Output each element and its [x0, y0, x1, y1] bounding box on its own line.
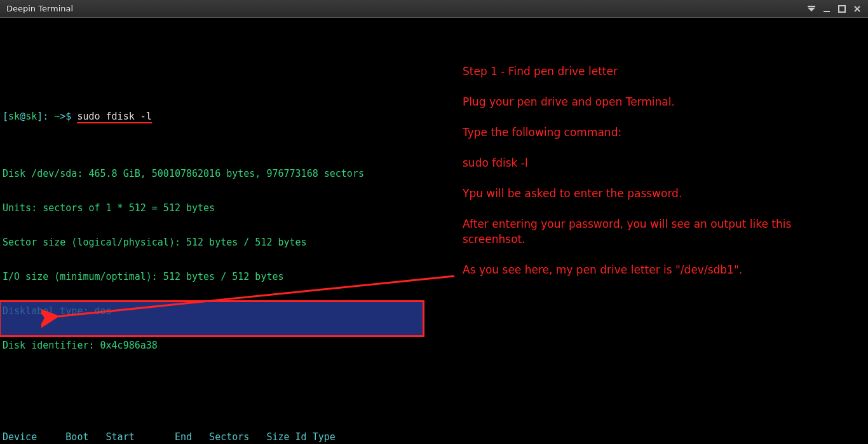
instruction-line2: Type the following command: [463, 125, 857, 140]
prompt-symbol: >$ [60, 111, 71, 122]
svg-rect-2 [824, 11, 830, 12]
instruction-line5: As you see here, my pen drive letter is … [463, 262, 857, 277]
instruction-line4: After entering your password, you will s… [463, 216, 857, 247]
step-title: Step 1 - Find pen drive letter [463, 64, 857, 79]
prompt-user: sk [8, 111, 20, 122]
window-title: Deepin Terminal [6, 3, 73, 15]
instruction-line3: Ypu will be asked to enter the password. [463, 186, 857, 201]
window-close-icon[interactable] [850, 3, 864, 15]
prompt-at: @ [20, 111, 25, 122]
svg-rect-1 [808, 6, 815, 7]
typed-command: sudo fdisk -l [77, 111, 151, 123]
prompt-cwd: ~ [54, 111, 60, 122]
instruction-cmd: sudo fdisk -l [463, 155, 857, 170]
instruction-line1: Plug your pen drive and open Terminal. [463, 94, 857, 109]
svg-rect-3 [839, 6, 845, 12]
prompt-host: sk [25, 111, 37, 122]
svg-marker-0 [808, 8, 815, 11]
sda-table-header: Device Boot Start End Sectors Size Id Ty… [3, 431, 865, 443]
instruction-panel: Step 1 - Find pen drive letter Plug your… [463, 64, 857, 293]
window-minimize-icon[interactable] [820, 3, 834, 15]
sda-disklabel: Disklabel type: dos [3, 305, 865, 317]
sda-identifier: Disk identifier: 0x4c986a38 [3, 340, 865, 351]
window-menu-icon[interactable] [804, 3, 818, 15]
prompt-bracket2: ]: [37, 111, 54, 122]
window-maximize-icon[interactable] [835, 3, 849, 15]
blank-line [3, 374, 865, 385]
prompt-bracket: [ [3, 111, 8, 122]
window-titlebar: Deepin Terminal [0, 0, 868, 18]
